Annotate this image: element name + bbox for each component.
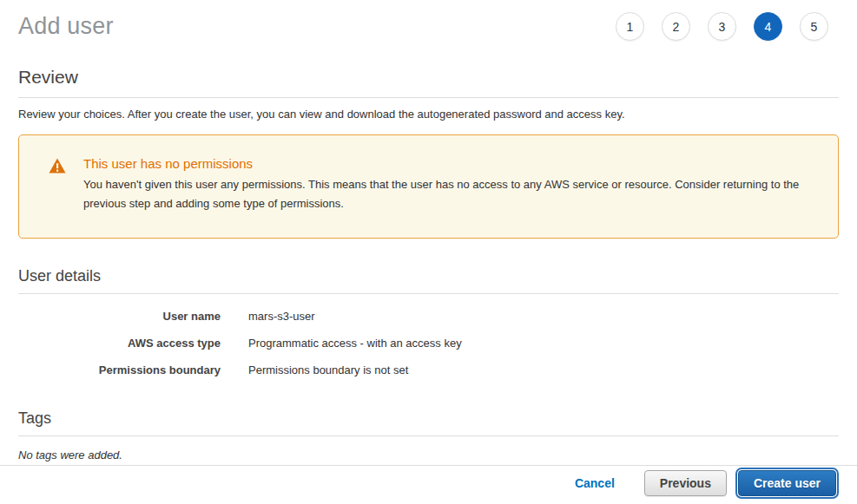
no-permissions-warning-box: This user has no permissions You haven't… <box>18 134 839 239</box>
user-name-value: mars-s3-user <box>248 310 315 323</box>
warning-content: This user has no permissions You haven't… <box>83 156 812 213</box>
permissions-boundary-value: Permissions boundary is not set <box>248 363 408 376</box>
review-description: Review your choices. After you create th… <box>18 108 839 121</box>
user-details-heading: User details <box>18 267 839 294</box>
create-user-button[interactable]: Create user <box>738 470 836 496</box>
step-2-circle[interactable]: 2 <box>662 12 690 41</box>
table-row: AWS access type Programmatic access - wi… <box>18 330 839 357</box>
tags-empty-message: No tags were added. <box>18 448 839 461</box>
table-row: Permissions boundary Permissions boundar… <box>18 357 839 383</box>
permissions-boundary-label: Permissions boundary <box>18 363 221 376</box>
page-title: Add user <box>18 13 114 40</box>
add-user-wizard-page: Add user 1 2 3 4 5 Review Review your ch… <box>0 0 857 461</box>
table-row: User name mars-s3-user <box>18 303 839 330</box>
warning-title: This user has no permissions <box>83 156 812 171</box>
step-4-circle[interactable]: 4 <box>754 12 782 41</box>
aws-access-type-label: AWS access type <box>18 337 221 350</box>
previous-button[interactable]: Previous <box>644 470 727 496</box>
review-heading: Review <box>18 67 839 98</box>
user-details-rows: User name mars-s3-user AWS access type P… <box>18 303 839 383</box>
warning-triangle-icon <box>49 158 66 177</box>
tags-heading: Tags <box>18 409 839 436</box>
warning-body: You haven't given this user any permissi… <box>83 175 812 213</box>
step-3-circle[interactable]: 3 <box>708 12 736 41</box>
wizard-footer: Cancel Previous Create user <box>0 465 857 504</box>
step-indicator: 1 2 3 4 5 <box>616 12 839 41</box>
user-name-label: User name <box>18 310 221 323</box>
cancel-button[interactable]: Cancel <box>575 476 615 490</box>
wizard-header: Add user 1 2 3 4 5 <box>18 0 839 41</box>
step-5-circle[interactable]: 5 <box>800 12 828 41</box>
step-1-circle[interactable]: 1 <box>616 12 644 41</box>
aws-access-type-value: Programmatic access - with an access key <box>248 337 462 350</box>
